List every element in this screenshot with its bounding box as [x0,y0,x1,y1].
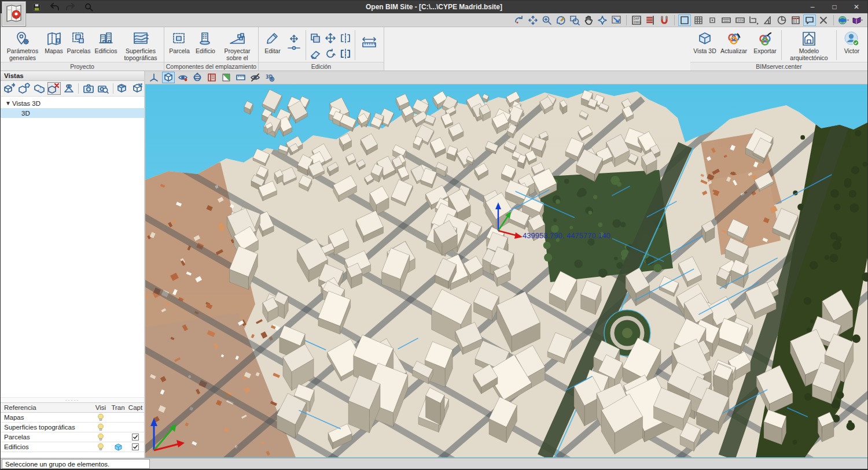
panel-splitter-handle[interactable]: ····· [1,397,144,402]
modelo-arquitectonico-button[interactable]: Modelo arquitectónico [784,28,834,61]
save-button[interactable] [31,2,42,12]
minimize-button[interactable]: – [801,1,823,13]
status-bar: Seleccione un grupo de elementos. [1,458,867,470]
ribbon: Parámetros generales Mapas Parcelas Edif… [1,27,867,71]
copy-button[interactable] [308,31,322,45]
parcels-icon [71,30,86,47]
angle-snap-icon[interactable] [775,14,788,26]
duplicate-view-button[interactable] [32,82,46,95]
capture-checkbox[interactable] [132,443,139,450]
search-button[interactable] [83,2,94,12]
snap-magnet-icon[interactable] [658,14,671,26]
3d-settings-icon[interactable]: 3D [263,72,276,83]
parametros-generales-button[interactable]: Parámetros generales [3,28,42,61]
mapas-button[interactable]: Mapas [43,28,65,55]
toolbar-separator [626,15,627,25]
zoom-icon[interactable] [540,14,553,26]
language-globe-icon[interactable] [837,14,850,26]
building-icon [198,30,213,47]
reference-table-row[interactable]: Mapas [1,413,144,423]
edit-view-button[interactable] [18,82,31,95]
redraw-icon[interactable] [554,14,567,26]
transparent-cube-icon[interactable] [115,443,122,451]
topographic-surfaces-icon [133,30,149,47]
reference-label: Mapas [1,414,92,421]
toolbar-separator [78,83,79,94]
zoom-window-icon[interactable] [568,14,581,26]
measure-grid-icon[interactable] [234,72,247,83]
pan-icon[interactable] [582,14,595,26]
superficies-topograficas-button[interactable]: Superficies topográficas [120,28,161,61]
orbit-gimbal-icon[interactable] [191,72,204,83]
section-view-button[interactable] [131,82,144,95]
coordinates-display-icon[interactable]: 169 [734,14,746,26]
move-button[interactable] [323,31,337,45]
snap-point-icon[interactable] [706,14,719,26]
delete-view-button[interactable] [47,82,61,95]
tree-item-3d-selected[interactable]: 3D [1,108,144,118]
svg-text:DWG: DWG [634,20,641,24]
keyboard-icon[interactable] [720,14,733,26]
mirror-move-button[interactable] [339,47,352,61]
reference-table-row[interactable]: Parcelas [1,432,144,442]
edificio-button[interactable]: Edificio [193,28,218,55]
snapshot-zoom-button[interactable] [97,82,110,95]
visible-bulb-icon[interactable] [97,443,104,451]
clipping-icon[interactable] [748,14,760,26]
edificios-button[interactable]: Edificios [93,28,119,55]
erase-button[interactable] [308,47,322,61]
layer-templates-icon[interactable] [644,14,657,26]
center-view-icon[interactable] [596,14,609,26]
selection-window-icon[interactable] [678,14,691,26]
vista-3d-button[interactable]: Vista 3D [693,28,716,55]
perspective-view-button[interactable] [62,82,76,95]
grid-settings-icon[interactable] [789,14,802,26]
rotate-button[interactable] [323,47,337,61]
mirror-copy-button[interactable] [339,31,352,45]
visible-bulb-icon[interactable] [97,433,104,441]
annotation-icon[interactable] [803,14,816,26]
visible-bulb-icon[interactable] [97,423,104,431]
title-bar[interactable]: Open BIM Site - [C:\...\CYPE Madrid.bsit… [1,1,867,13]
ribbon-group-componentes: Parcela Edificio Proyectar sobre el terr… [164,27,259,71]
background-toggle-icon[interactable] [220,72,233,83]
snapshot-button[interactable] [82,82,95,95]
help-book-icon[interactable] [851,14,864,26]
visibility-options-icon[interactable] [176,72,189,83]
exportar-button[interactable]: Exportar [751,28,779,55]
ortho-icon[interactable] [762,14,774,26]
user-account-button[interactable]: Victor [839,28,865,55]
visible-bulb-icon[interactable] [97,413,104,421]
grid-icon[interactable] [692,14,705,26]
capture-checkbox[interactable] [132,434,139,441]
parcelas-button[interactable]: Parcelas [66,28,91,55]
previous-view-icon[interactable] [610,14,623,26]
app-logo[interactable] [2,2,25,26]
shaded-view-icon[interactable] [162,72,175,83]
close-button[interactable]: ✕ [845,1,867,13]
actualizar-button[interactable]: Actualizar [718,28,750,55]
section-planes-icon[interactable] [205,72,218,83]
editar-button[interactable]: Editar [262,28,284,55]
new-view-button[interactable] [3,82,16,95]
viewport-3d[interactable]: 3D 439953.790, 4475770.140 [145,71,867,458]
cut-icon[interactable] [817,14,830,26]
maximize-button[interactable]: □ [823,1,845,13]
section-box-button[interactable] [116,82,130,95]
zoom-extents-icon[interactable] [527,14,539,26]
dxf-dwg-icon[interactable]: DXFDWG [630,14,643,26]
edit-nodes-button[interactable] [285,28,303,55]
redo-button[interactable] [65,2,77,12]
hide-elements-icon[interactable] [249,72,262,83]
measure-button[interactable] [358,28,381,55]
parcela-button[interactable]: Parcela [167,28,192,55]
tree-item-vistas-3d[interactable]: ▼ Vistas 3D [1,98,144,108]
axes-icon[interactable] [148,72,160,83]
chevron-down-icon[interactable]: ▼ [5,100,12,106]
reference-table-row[interactable]: Superficies topográficas [1,423,144,432]
reference-table-row[interactable]: Edificios [1,442,144,452]
city-3d-scene[interactable]: 439953.790, 4475770.140 [145,84,867,457]
orbit-icon[interactable] [513,14,525,26]
viewport-toolbar: 3D [145,71,867,84]
undo-button[interactable] [48,2,60,12]
